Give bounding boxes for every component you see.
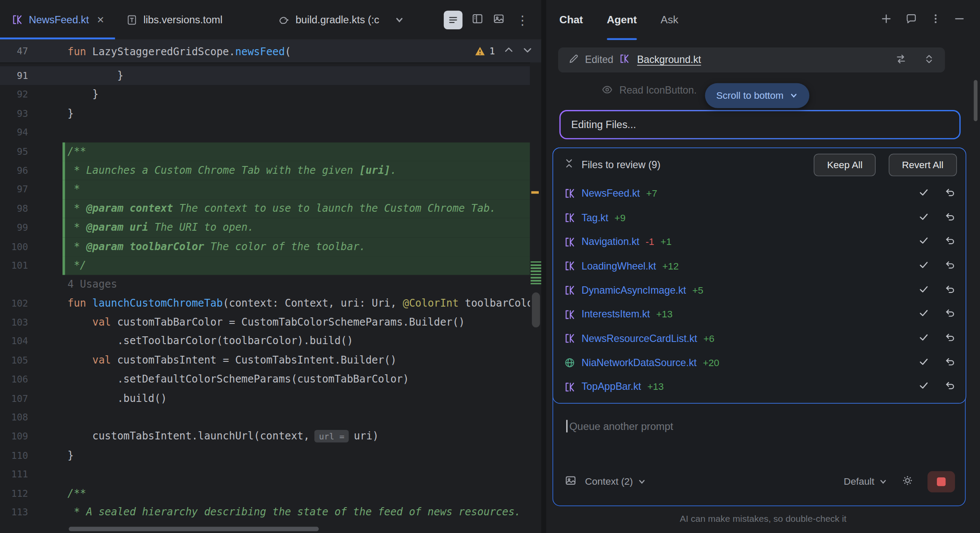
- line-number[interactable]: 106: [0, 370, 28, 389]
- line-number[interactable]: 101: [0, 256, 28, 275]
- more-tabs-chevron-icon[interactable]: [394, 15, 404, 25]
- file-review-row[interactable]: NewsFeed.kt+7: [553, 182, 965, 206]
- line-number[interactable]: 104: [0, 332, 28, 351]
- file-name[interactable]: Navigation.kt: [581, 236, 639, 248]
- comment-icon[interactable]: [905, 13, 917, 28]
- expand-icon[interactable]: [923, 53, 935, 67]
- line-number[interactable]: 102: [0, 294, 28, 313]
- file-review-row[interactable]: InterestsItem.kt+13: [553, 302, 965, 326]
- line-number[interactable]: 96: [0, 161, 28, 180]
- line-number[interactable]: 92: [0, 85, 28, 104]
- settings-gear-icon[interactable]: [901, 474, 914, 489]
- revert-file-button[interactable]: [944, 235, 955, 249]
- line-number[interactable]: 108: [0, 408, 28, 427]
- line-number[interactable]: 110: [0, 446, 28, 465]
- line-number[interactable]: 93: [0, 104, 28, 123]
- tab-chat[interactable]: Chat: [559, 0, 583, 40]
- warning-badge[interactable]: 1: [474, 46, 495, 57]
- accept-file-button[interactable]: [918, 332, 929, 345]
- file-review-row[interactable]: Navigation.kt-1+1: [553, 230, 965, 254]
- revert-file-button[interactable]: [944, 211, 955, 225]
- revert-file-button[interactable]: [944, 356, 955, 370]
- model-selector[interactable]: Default: [844, 476, 888, 487]
- file-name[interactable]: DynamicAsyncImage.kt: [581, 285, 686, 296]
- file-name[interactable]: NewsFeed.kt: [581, 188, 640, 199]
- accept-file-button[interactable]: [918, 235, 929, 249]
- file-name[interactable]: TopAppBar.kt: [581, 381, 641, 392]
- image-icon[interactable]: [564, 474, 577, 489]
- file-name[interactable]: Tag.kt: [581, 212, 608, 223]
- accept-file-button[interactable]: [918, 356, 929, 370]
- scroll-to-bottom-button[interactable]: Scroll to bottom: [705, 83, 809, 108]
- revert-file-button[interactable]: [944, 332, 955, 345]
- accept-file-button[interactable]: [918, 283, 929, 297]
- tab-libs-versions-toml[interactable]: libs.versions.toml: [115, 0, 234, 39]
- file-name[interactable]: NewsResourceCardList.kt: [581, 333, 697, 344]
- pane-splitter[interactable]: [541, 0, 547, 533]
- next-problem-icon[interactable]: [522, 45, 532, 57]
- prompt-input[interactable]: Queue another prompt: [553, 404, 965, 467]
- line-number[interactable]: 103: [0, 313, 28, 332]
- horizontal-scrollbar[interactable]: [69, 527, 319, 531]
- revert-file-button[interactable]: [944, 187, 955, 201]
- panel-scrollbar[interactable]: [974, 80, 978, 121]
- warning-stripe-mark[interactable]: [531, 191, 539, 193]
- revert-file-button[interactable]: [944, 380, 955, 394]
- line-number[interactable]: 113: [0, 503, 28, 522]
- vcs-added-stripe-mark[interactable]: [531, 261, 541, 285]
- tab-newsfeed-kt[interactable]: NewsFeed.kt ×: [0, 0, 115, 39]
- step-edited-file[interactable]: Edited Background.kt: [558, 47, 945, 72]
- sticky-line-number[interactable]: 47: [0, 46, 28, 57]
- file-review-row[interactable]: NiaNetworkDataSource.kt+20: [553, 351, 965, 375]
- split-editor-icon[interactable]: [471, 12, 484, 27]
- file-review-row[interactable]: NewsResourceCardList.kt+6: [553, 326, 965, 351]
- line-number[interactable]: 94: [0, 123, 28, 142]
- add-icon[interactable]: [880, 13, 892, 28]
- collapse-icon[interactable]: [563, 157, 575, 172]
- revert-all-button[interactable]: Revert All: [889, 154, 957, 176]
- more-icon[interactable]: [930, 13, 941, 27]
- minimize-icon[interactable]: [954, 13, 965, 27]
- close-tab-icon[interactable]: ×: [97, 14, 104, 26]
- revert-file-button[interactable]: [944, 283, 955, 297]
- prev-problem-icon[interactable]: [504, 45, 514, 57]
- tab-ask[interactable]: Ask: [661, 0, 678, 40]
- inlay-hint[interactable]: url =: [314, 430, 349, 443]
- accept-file-button[interactable]: [918, 211, 929, 225]
- line-number[interactable]: 105: [0, 351, 28, 370]
- accept-file-button[interactable]: [918, 259, 929, 273]
- revert-file-button[interactable]: [944, 307, 955, 321]
- vertical-scrollbar[interactable]: [532, 292, 540, 327]
- list-view-icon[interactable]: [444, 10, 462, 29]
- accept-file-button[interactable]: [918, 307, 929, 321]
- file-review-row[interactable]: Tag.kt+9: [553, 206, 965, 230]
- code-editor[interactable]: 91 }92 }93}9495/**96 * Launches a Custom…: [0, 63, 541, 533]
- line-number[interactable]: 111: [0, 465, 28, 484]
- diff-icon[interactable]: [895, 53, 907, 67]
- revert-file-button[interactable]: [944, 259, 955, 273]
- accept-file-button[interactable]: [918, 380, 929, 394]
- line-number[interactable]: 91: [0, 66, 28, 85]
- line-number[interactable]: 107: [0, 389, 28, 408]
- file-review-row[interactable]: LoadingWheel.kt+12: [553, 254, 965, 278]
- stop-button[interactable]: [927, 471, 955, 492]
- keep-all-button[interactable]: Keep All: [814, 154, 876, 176]
- file-name[interactable]: InterestsItem.kt: [581, 309, 650, 320]
- line-number[interactable]: 97: [0, 180, 28, 199]
- accept-file-button[interactable]: [918, 187, 929, 201]
- edited-file-link[interactable]: Background.kt: [637, 54, 701, 66]
- file-name[interactable]: NiaNetworkDataSource.kt: [581, 357, 697, 368]
- tab-agent[interactable]: Agent: [607, 0, 637, 40]
- line-number[interactable]: 100: [0, 237, 28, 256]
- preview-icon[interactable]: [493, 12, 505, 27]
- line-number[interactable]: 98: [0, 199, 28, 218]
- file-review-row[interactable]: DynamicAsyncImage.kt+5: [553, 278, 965, 302]
- line-number[interactable]: 112: [0, 484, 28, 503]
- line-number[interactable]: 99: [0, 218, 28, 237]
- step-read-file[interactable]: Read IconButton.: [601, 81, 697, 100]
- usages-hint[interactable]: 4 Usages: [28, 275, 117, 294]
- line-number[interactable]: 109: [0, 427, 28, 446]
- file-review-row[interactable]: TopAppBar.kt+13: [553, 375, 965, 399]
- line-number[interactable]: 95: [0, 142, 28, 161]
- file-name[interactable]: LoadingWheel.kt: [581, 260, 656, 272]
